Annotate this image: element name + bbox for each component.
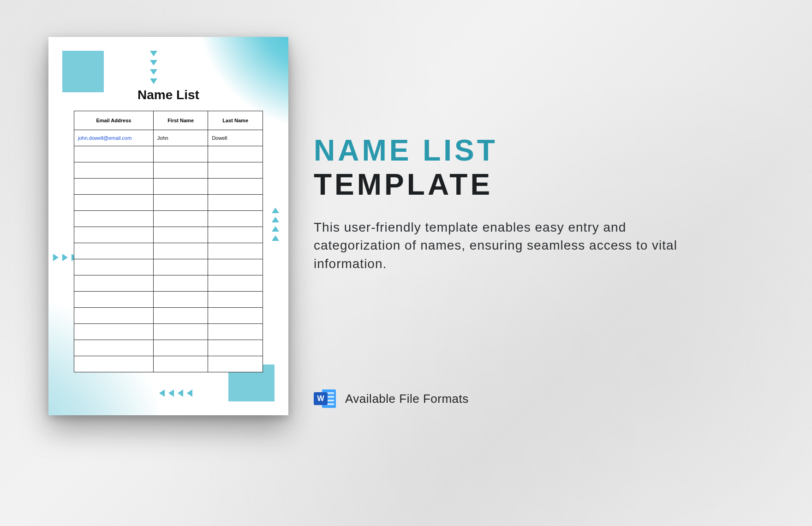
- cell-email: [74, 162, 154, 179]
- cell-first: [153, 179, 208, 195]
- cell-first: [153, 195, 208, 211]
- triangle-up-icon: [272, 226, 279, 232]
- cell-email: [74, 356, 154, 372]
- triangle-up-icon: [272, 235, 279, 241]
- cell-last: [208, 292, 263, 308]
- cell-first: John: [153, 130, 208, 146]
- cell-first: [153, 211, 208, 227]
- cell-email: [74, 292, 154, 308]
- triangle-down-icon: [150, 60, 157, 66]
- table-row: [74, 324, 263, 340]
- headline-line2: TEMPLATE: [314, 168, 747, 202]
- triangle-up-icon: [272, 208, 279, 213]
- triangle-left-icon: [187, 389, 192, 397]
- cell-first: [153, 356, 208, 372]
- cell-last: [208, 340, 263, 356]
- word-icon: W: [314, 388, 336, 410]
- promo-block: NAME LIST TEMPLATE This user-friendly te…: [314, 134, 747, 273]
- cell-last: [208, 324, 263, 340]
- table-row: [74, 146, 263, 162]
- column-header-email: Email Address: [74, 111, 154, 130]
- file-formats-label: Available File Formats: [345, 392, 469, 406]
- cell-email: [74, 275, 154, 292]
- table-header-row: Email Address First Name Last Name: [74, 111, 263, 130]
- cell-first: [153, 162, 208, 179]
- triangle-left-icon: [168, 389, 174, 397]
- triangle-down-icon: [150, 69, 157, 75]
- cell-last: [208, 162, 263, 179]
- file-formats: W Available File Formats: [314, 388, 469, 410]
- table-row: [74, 195, 263, 211]
- cell-email: [74, 211, 154, 227]
- table-row: [74, 292, 263, 308]
- cell-first: [153, 259, 208, 275]
- triangle-down-icon: [150, 78, 157, 84]
- table-row: [74, 211, 263, 227]
- triangle-up-icon: [272, 217, 279, 222]
- table-row: [74, 259, 263, 275]
- decorative-square-top-left: [62, 51, 104, 92]
- table-row: [74, 179, 263, 195]
- triangle-right-icon: [53, 254, 59, 261]
- table-row: [74, 162, 263, 179]
- template-preview-page: Name List Email Address First Name Last …: [48, 37, 288, 415]
- promo-description: This user-friendly template enables easy…: [314, 218, 692, 273]
- triangle-left-icon: [178, 389, 183, 397]
- cell-email: john.dowell@email.com: [74, 130, 154, 146]
- cell-first: [153, 146, 208, 162]
- cell-last: [208, 308, 263, 324]
- cell-last: [208, 146, 263, 162]
- cell-last: [208, 179, 263, 195]
- headline-line1: NAME LIST: [314, 134, 747, 168]
- cell-email: [74, 227, 154, 243]
- cell-email: [74, 179, 154, 195]
- cell-first: [153, 324, 208, 340]
- triangle-right-icon: [62, 254, 68, 261]
- table-row: [74, 243, 263, 259]
- cell-email: [74, 340, 154, 356]
- table-row: john.dowell@email.comJohnDowell: [74, 130, 263, 146]
- cell-email: [74, 195, 154, 211]
- column-header-last: Last Name: [208, 111, 263, 130]
- cell-first: [153, 275, 208, 292]
- promo-headline: NAME LIST TEMPLATE: [314, 134, 747, 202]
- cell-first: [153, 227, 208, 243]
- triangle-left-icon: [159, 389, 165, 397]
- cell-last: Dowell: [208, 130, 263, 146]
- cell-email: [74, 308, 154, 324]
- table-row: [74, 275, 263, 292]
- table-row: [74, 340, 263, 356]
- table-row: [74, 356, 263, 372]
- cell-last: [208, 356, 263, 372]
- cell-last: [208, 243, 263, 259]
- cell-last: [208, 259, 263, 275]
- cell-last: [208, 195, 263, 211]
- cell-first: [153, 308, 208, 324]
- cell-email: [74, 243, 154, 259]
- cell-first: [153, 292, 208, 308]
- cell-last: [208, 275, 263, 292]
- cell-last: [208, 227, 263, 243]
- document-title: Name List: [48, 88, 288, 102]
- name-list-table: Email Address First Name Last Name john.…: [74, 111, 263, 372]
- cell-email: [74, 146, 154, 162]
- column-header-first: First Name: [153, 111, 208, 130]
- cell-first: [153, 243, 208, 259]
- cell-email: [74, 324, 154, 340]
- table-row: [74, 227, 263, 243]
- cell-last: [208, 211, 263, 227]
- cell-first: [153, 340, 208, 356]
- table-row: [74, 308, 263, 324]
- triangle-down-icon: [150, 51, 157, 56]
- cell-email: [74, 259, 154, 275]
